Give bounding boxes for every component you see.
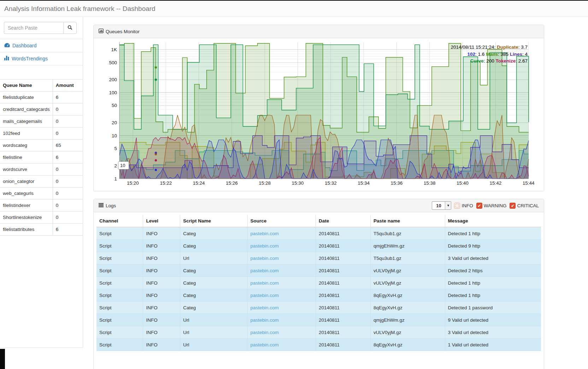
log-script-name: Url	[180, 339, 247, 351]
page-size-select[interactable]: 10 ▼	[432, 201, 451, 210]
main-content: Queues Monitor 1K50020010050201052115:20…	[93, 17, 544, 369]
queue-name: onion_categtor	[0, 175, 53, 188]
log-date: 20140811	[316, 302, 370, 314]
queue-row: creditcard_categcards0	[0, 103, 83, 115]
filter-checkbox-critical[interactable]: CRITICAL	[510, 203, 539, 209]
svg-text:500: 500	[109, 60, 117, 65]
log-paste-name: 8qEgyXvH.gz	[371, 289, 445, 302]
checked-checkbox-icon[interactable]	[510, 203, 516, 209]
log-date: 20140811	[316, 314, 370, 326]
log-channel: Script	[96, 289, 143, 302]
unchecked-checkbox-icon[interactable]	[454, 203, 460, 209]
log-row: ScriptINFOUrlpastebin.com20140811vULV0yj…	[96, 326, 541, 339]
log-level: INFO	[143, 314, 180, 326]
search-input[interactable]	[4, 22, 63, 34]
log-channel: Script	[96, 339, 143, 351]
log-source: pastebin.com	[247, 252, 316, 264]
log-channel: Script	[96, 264, 143, 277]
logs-header-cell: Source	[247, 215, 316, 227]
roll-period-input[interactable]	[118, 161, 129, 169]
svg-text:1K: 1K	[111, 47, 117, 52]
log-row: ScriptINFOCategpastebin.com20140811vULV0…	[96, 264, 541, 277]
logs-icon	[99, 203, 104, 208]
queues-monitor-panel: Queues Monitor 1K50020010050201052115:20…	[93, 25, 544, 191]
queue-table-body: filelistduplicate6creditcard_categcards0…	[0, 91, 83, 236]
legend-series-name: Mails	[486, 52, 498, 57]
source-link[interactable]: pastebin.com	[251, 342, 279, 347]
log-date: 20140811	[316, 277, 370, 289]
source-link[interactable]: pastebin.com	[251, 293, 279, 298]
queue-amount: 0	[53, 103, 83, 115]
source-link[interactable]: pastebin.com	[251, 268, 279, 273]
filter-label: CRITICAL	[517, 203, 539, 208]
filter-checkbox-info[interactable]: INFO	[454, 203, 473, 209]
svg-text:15:38: 15:38	[424, 180, 436, 186]
log-script-name: Url	[180, 326, 247, 339]
queue-amount: 0	[53, 200, 83, 212]
log-channel: Script	[96, 227, 143, 240]
sidebar-item-label: WordsTrendings	[12, 56, 48, 61]
source-link[interactable]: pastebin.com	[251, 231, 279, 236]
log-channel: Script	[96, 302, 143, 314]
log-message: Detected 1 password	[445, 302, 541, 314]
log-date: 20140811	[316, 227, 370, 240]
queue-name: wordscurve	[0, 163, 53, 175]
source-link[interactable]: pastebin.com	[251, 256, 279, 261]
log-channel: Script	[96, 277, 143, 289]
svg-text:15:36: 15:36	[391, 180, 403, 186]
checked-checkbox-icon[interactable]	[476, 203, 482, 209]
log-channel: Script	[96, 240, 143, 252]
source-link[interactable]: pastebin.com	[251, 305, 279, 310]
svg-text:15:26: 15:26	[226, 180, 238, 186]
log-row: ScriptINFOCategpastebin.com201408118qEgy…	[96, 289, 541, 302]
app: Analysis Information Leak framework -- D…	[0, 0, 588, 369]
log-script-name: Categ	[180, 289, 247, 302]
log-source: pastebin.com	[247, 240, 316, 252]
queue-table-header-name: Queue Name	[0, 79, 53, 91]
log-level: INFO	[143, 289, 180, 302]
log-row: ScriptINFOUrlpastebin.com20140811T5qu3ub…	[96, 252, 541, 264]
search-button[interactable]	[63, 22, 77, 34]
sidebar-item-wordstrendings[interactable]: WordsTrendings	[0, 52, 83, 65]
sidebar-nav: Dashboard WordsTrendings	[0, 39, 83, 65]
log-script-name: Url	[180, 314, 247, 326]
logs-header-cell: Script Name	[180, 215, 247, 227]
queue-row: mails_categemails0	[0, 115, 83, 127]
search-icon	[67, 25, 72, 31]
queue-amount: 6	[53, 91, 83, 103]
log-paste-name: 8qEgyXvH.gz	[371, 302, 445, 314]
svg-text:15:24: 15:24	[193, 180, 205, 186]
filter-checkbox-warning[interactable]: WARNING	[476, 203, 507, 209]
queues-panel-title: Queues Monitor	[106, 29, 140, 34]
source-link[interactable]: pastebin.com	[251, 280, 279, 286]
queue-row: filelistindexer0	[0, 200, 83, 212]
log-date: 20140811	[316, 289, 370, 302]
svg-text:5: 5	[114, 146, 117, 151]
svg-text:2: 2	[114, 163, 117, 168]
log-script-name: Categ	[180, 277, 247, 289]
logs-header-cell: Paste name	[371, 215, 445, 227]
dashboard-icon	[4, 43, 10, 48]
log-level: INFO	[143, 264, 180, 277]
queue-name: mails_categemails	[0, 115, 53, 127]
log-message: 3 Valid url detected	[445, 326, 541, 339]
svg-text:15:44: 15:44	[523, 180, 535, 186]
log-row: ScriptINFOCategpastebin.com20140811T5qu3…	[96, 227, 541, 240]
svg-text:15:34: 15:34	[358, 180, 370, 186]
source-link[interactable]: pastebin.com	[251, 317, 279, 323]
logs-header-cell: Message	[445, 215, 541, 227]
source-link[interactable]: pastebin.com	[251, 243, 279, 249]
filter-label: INFO	[461, 203, 473, 208]
queue-name: Shortlinestokenize	[0, 212, 53, 224]
queue-row: 102feed0	[0, 127, 83, 139]
log-source: pastebin.com	[247, 227, 316, 240]
log-source: pastebin.com	[247, 314, 316, 326]
log-source: pastebin.com	[247, 326, 316, 339]
queue-amount: 0	[53, 188, 83, 200]
navbar: Analysis Information Leak framework -- D…	[0, 1, 588, 17]
legend-series-name: Lines	[510, 52, 522, 57]
log-level: INFO	[143, 227, 180, 240]
source-link[interactable]: pastebin.com	[251, 330, 279, 335]
log-paste-name: vULV0yjM.gz	[371, 326, 445, 339]
sidebar-item-dashboard[interactable]: Dashboard	[0, 39, 83, 52]
